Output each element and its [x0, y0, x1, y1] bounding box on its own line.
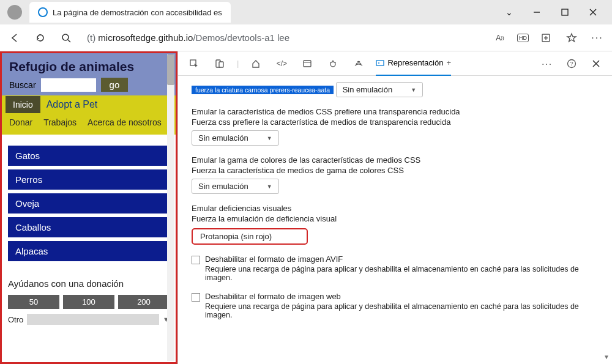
- hd-icon[interactable]: HD: [517, 34, 529, 42]
- section-subtitle: Fuerza la emulación de deficiencia visua…: [192, 214, 602, 223]
- url-field[interactable]: (t) microsoftedge.github.io/Demos/devtoo…: [83, 32, 483, 43]
- console-icon[interactable]: [299, 55, 316, 72]
- donation-section: Ayúdanos con una donación 50 100 200 Otr…: [2, 271, 176, 332]
- chevron-down-icon[interactable]: ⌄: [506, 7, 513, 17]
- svg-point-14: [330, 62, 335, 67]
- scroll-indicator-icon[interactable]: ▼: [603, 354, 610, 360]
- category-item[interactable]: Oveja: [8, 193, 170, 214]
- nav-donar[interactable]: Donar: [9, 117, 32, 127]
- category-item[interactable]: Perros: [8, 169, 170, 190]
- checkbox-label: Deshabilitar el formato de imagen AVIF: [205, 254, 602, 264]
- url-prefix: (t): [87, 32, 98, 43]
- category-list: Gatos Perros Oveja Caballos Alpacas: [2, 135, 176, 271]
- inspect-icon[interactable]: [185, 55, 203, 72]
- nav-acerca[interactable]: Acerca de nosotros: [88, 117, 162, 127]
- donation-amount[interactable]: 200: [118, 295, 170, 309]
- section-subtitle: Fuerza la característica de medios de ga…: [192, 166, 602, 175]
- minimize-button[interactable]: [532, 8, 541, 17]
- donation-other-input[interactable]: [27, 314, 159, 325]
- section-title: Emular la gama de colores de las caracte…: [192, 155, 602, 165]
- nav-adopt[interactable]: Adopt a Pet: [40, 95, 104, 114]
- home-icon[interactable]: [247, 55, 264, 72]
- edge-favicon-icon: [38, 7, 48, 17]
- help-icon[interactable]: ?: [563, 55, 580, 72]
- section-title: Emular deficiencias visuales: [192, 204, 602, 213]
- search-icon[interactable]: [58, 29, 75, 46]
- svg-rect-11: [219, 62, 223, 67]
- donation-title: Ayúdanos con una donación: [8, 278, 170, 289]
- svg-line-5: [68, 40, 70, 42]
- svg-text:?: ?: [570, 61, 573, 67]
- page-scrollbar[interactable]: [167, 54, 174, 361]
- browser-tab[interactable]: La página de demostración con accesibili…: [29, 2, 231, 23]
- search-input[interactable]: [41, 78, 96, 92]
- vision-deficiency-select[interactable]: Protanopia (sin rojo): [192, 228, 308, 245]
- more-tools-icon[interactable]: ···: [539, 55, 556, 72]
- page-title: Refugio de animales: [9, 59, 168, 74]
- page-preview: Refugio de animales Buscar go Inicio Ado…: [0, 51, 177, 364]
- emulation-select[interactable]: Sin emulación: [192, 130, 279, 146]
- section-subtitle: Fuerza css prefiere la característica de…: [192, 117, 602, 127]
- emulation-select[interactable]: Sin emulación: [192, 179, 279, 194]
- tab-label: Representación: [387, 58, 443, 67]
- category-item[interactable]: Alpacas: [8, 241, 170, 261]
- svg-point-19: [378, 62, 379, 64]
- device-icon[interactable]: [211, 55, 228, 72]
- checkbox-label: Deshabilitar el formato de imagen web: [205, 292, 602, 301]
- svg-rect-18: [376, 61, 384, 65]
- donation-amount[interactable]: 50: [8, 295, 59, 309]
- checkbox-description: Requiere una recarga de página para apli…: [205, 302, 602, 319]
- network-icon[interactable]: [350, 55, 367, 72]
- checkbox-avif[interactable]: [192, 256, 200, 264]
- devtools-panel: | </> Representación + ··· ? fuerza la c…: [177, 51, 612, 364]
- devtools-body: fuerza la criatura carnosa prerers-reauc…: [178, 76, 612, 364]
- profile-avatar[interactable]: [7, 5, 22, 20]
- svg-rect-12: [304, 61, 311, 67]
- address-bar: (t) microsoftedge.github.io/Demos/devtoo…: [0, 24, 612, 51]
- search-label: Buscar: [9, 80, 36, 90]
- favorite-icon[interactable]: [563, 29, 580, 46]
- svg-rect-1: [562, 9, 568, 15]
- collections-icon[interactable]: [537, 29, 554, 46]
- more-icon[interactable]: ···: [589, 29, 606, 46]
- back-button[interactable]: [6, 29, 23, 46]
- emulation-select[interactable]: Sin emulación: [336, 82, 424, 97]
- donation-amount[interactable]: 100: [63, 295, 114, 309]
- rendering-icon: [376, 59, 384, 67]
- category-item[interactable]: Caballos: [8, 217, 170, 237]
- window-titlebar: La página de demostración con accesibili…: [0, 0, 612, 24]
- donation-other-label: Otro: [8, 315, 23, 324]
- tab-rendering[interactable]: Representación +: [376, 51, 451, 76]
- nav-inicio[interactable]: Inicio: [6, 96, 40, 113]
- checkbox-webp[interactable]: [192, 293, 200, 302]
- plus-icon[interactable]: +: [446, 58, 451, 67]
- bug-icon[interactable]: [324, 55, 341, 72]
- nav-trabajos[interactable]: Trabajos: [43, 117, 76, 127]
- url-path: /Demos/devtools-a1 lee: [193, 32, 289, 43]
- maximize-button[interactable]: [561, 8, 569, 17]
- page-header: Refugio de animales Buscar go: [2, 53, 176, 95]
- elements-icon[interactable]: </>: [273, 55, 290, 72]
- refresh-button[interactable]: [32, 29, 49, 46]
- close-button[interactable]: [589, 8, 597, 17]
- category-item[interactable]: Gatos: [8, 146, 170, 166]
- url-host: microsoftedge.github.io: [98, 32, 193, 43]
- close-devtools-button[interactable]: [588, 55, 605, 72]
- go-button[interactable]: go: [101, 78, 129, 92]
- highlighted-text: fuerza la criatura carnosa prerers-reauc…: [192, 86, 334, 94]
- tab-title: La página de demostración con accesibili…: [53, 8, 222, 17]
- devtools-toolbar: | </> Representación + ··· ?: [178, 51, 612, 76]
- page-nav: Inicio Adopt a Pet Donar Trabajos Acerca…: [2, 95, 176, 135]
- section-title: Emular la característica de medios CSS p…: [192, 107, 602, 116]
- read-aloud-icon[interactable]: A)): [491, 29, 509, 46]
- checkbox-description: Requiere una recarga de página para apli…: [205, 265, 602, 282]
- svg-point-4: [62, 34, 69, 40]
